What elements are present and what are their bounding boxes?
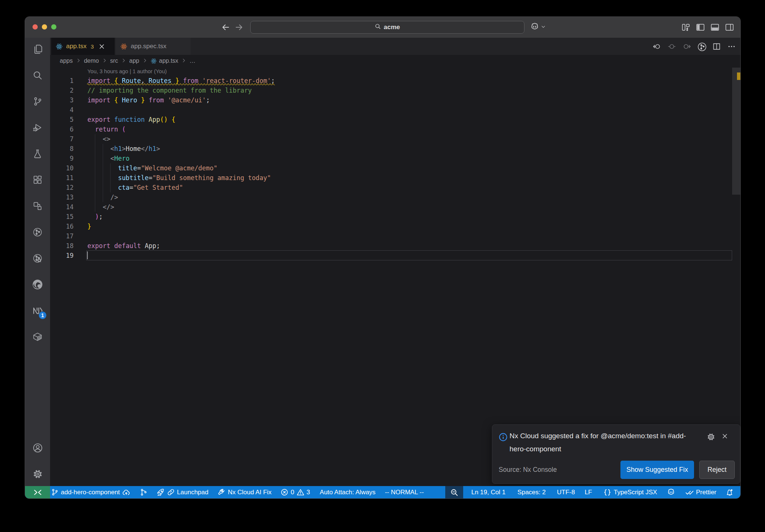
code-line-14[interactable]: 14 </> xyxy=(50,202,741,212)
code-token: { xyxy=(114,96,118,104)
code-line-18[interactable]: 18export default App; xyxy=(50,241,741,251)
git-blame-codelens[interactable]: You, 3 hours ago | 1 author (You) xyxy=(87,67,167,76)
code-line-6[interactable]: 6 return ( xyxy=(50,124,741,134)
status-item-launchpad[interactable]: Launchpad xyxy=(152,486,213,498)
status-item-eol[interactable]: LF xyxy=(580,486,597,498)
code-token: return xyxy=(95,126,118,133)
editor-region: app.tsx3app.spec.tsx appsdemosrcappapp.t… xyxy=(50,38,741,487)
activity-bar-item-gitlens[interactable] xyxy=(25,223,50,241)
search-icon xyxy=(375,23,381,31)
close-window-button[interactable] xyxy=(32,24,38,30)
activity-bar-item-remote-explorer[interactable] xyxy=(25,197,50,215)
toggle-panel-left-button[interactable] xyxy=(696,22,705,32)
notification-message: Nx Cloud suggested a fix for @acme/demo:… xyxy=(510,429,704,455)
code-text: /> xyxy=(87,192,118,202)
copilot-icon xyxy=(530,22,539,33)
status-item-cursor-position[interactable]: Ln 19, Col 1 xyxy=(467,486,510,498)
status-item-problems[interactable]: 03 xyxy=(276,486,315,498)
code-token: ; xyxy=(99,213,103,220)
code-line-10[interactable]: 10 title="Welcmoe @acme/demo" xyxy=(50,163,741,173)
customize-layout-button[interactable] xyxy=(681,22,691,32)
status-item-indentation[interactable]: Spaces: 2 xyxy=(513,486,550,498)
status-item-auto-attach[interactable]: Auto Attach: Always xyxy=(315,486,380,498)
activity-bar-item-nx-console[interactable]: 1 xyxy=(25,301,50,319)
code-token xyxy=(87,194,110,201)
code-line-16[interactable]: 16} xyxy=(50,222,741,231)
code-line-11[interactable]: 11 subtitle="Build something amazing tod… xyxy=(50,173,741,183)
activity-bar-item-containers[interactable] xyxy=(25,328,50,346)
activity-bar-item-testing[interactable] xyxy=(25,145,50,163)
activity-bar-item-search[interactable] xyxy=(25,66,50,84)
code-token: = xyxy=(149,174,152,182)
status-item-language-mode[interactable]: TypeScript JSX xyxy=(599,486,662,498)
code-token xyxy=(137,96,141,104)
code-line-3[interactable]: 3import { Hero } from '@acme/ui'; xyxy=(50,95,741,105)
double-check-icon xyxy=(685,488,694,497)
code-line-9[interactable]: 9 <Hero xyxy=(50,154,741,163)
notification-close-icon[interactable] xyxy=(722,433,730,441)
status-item-zoom-indicator[interactable] xyxy=(445,486,463,498)
code-line-5[interactable]: 5export function App() { xyxy=(50,115,741,124)
source-control-small-icon xyxy=(51,488,59,496)
code-line-4[interactable]: 4 xyxy=(50,105,741,115)
scrollbar[interactable] xyxy=(732,68,740,195)
line-number: 1 xyxy=(50,76,74,86)
toggle-panel-right-button[interactable] xyxy=(725,22,734,32)
extensions-icon xyxy=(32,175,43,185)
status-item-commit-graph[interactable] xyxy=(135,486,152,498)
testing-icon xyxy=(32,149,43,159)
status-item-branch[interactable]: add-hero-component xyxy=(46,486,135,498)
zoom-window-button[interactable] xyxy=(51,24,56,30)
code-token: App xyxy=(149,116,160,123)
navigate-forward-button[interactable] xyxy=(235,23,244,32)
toggle-panel-bottom-button[interactable] xyxy=(710,22,720,32)
navigate-back-button[interactable] xyxy=(221,23,230,32)
activity-bar-item-settings[interactable] xyxy=(25,465,50,483)
show-suggested-fix-button[interactable]: Show Suggested Fix xyxy=(620,461,694,479)
code-line-8[interactable]: 8 <h1>Home</h1> xyxy=(50,144,741,154)
code-editor[interactable]: You, 3 hours ago | 1 author (You) 1impor… xyxy=(50,38,741,487)
activity-bar-item-extensions[interactable] xyxy=(25,171,50,189)
copilot-menu-button[interactable] xyxy=(530,22,547,32)
activity-bar-item-source-control[interactable] xyxy=(25,92,50,110)
code-line-12[interactable]: 12 cta="Get Started" xyxy=(50,183,741,192)
code-token: '@acme/ui' xyxy=(168,96,206,104)
status-item-copilot-status[interactable] xyxy=(662,486,680,498)
status-item-notifications-bell[interactable] xyxy=(721,486,738,498)
status-item-encoding[interactable]: UTF-8 xyxy=(552,486,579,498)
activity-bar-item-accounts[interactable] xyxy=(25,439,50,457)
line-number: 14 xyxy=(50,202,74,212)
code-token: } xyxy=(87,223,91,230)
code-line-2[interactable]: 2// importing the component from the lib… xyxy=(50,86,741,95)
code-line-13[interactable]: 13 /> xyxy=(50,192,741,202)
code-line-19[interactable]: 19 xyxy=(50,251,741,260)
line-number: 6 xyxy=(50,124,74,134)
minimize-window-button[interactable] xyxy=(42,24,47,30)
code-token xyxy=(87,213,95,220)
code-token: </ xyxy=(141,145,148,152)
command-center-search[interactable]: acme xyxy=(250,21,524,34)
status-text: Launchpad xyxy=(177,489,208,496)
activity-bar-item-run-and-debug[interactable] xyxy=(25,118,50,136)
activity-bar-item-edge-browser[interactable] xyxy=(25,275,50,293)
activity-bar-item-explorer[interactable] xyxy=(25,40,50,58)
code-line-7[interactable]: 7 <> xyxy=(50,134,741,144)
status-item-vim-mode[interactable]: -- NORMAL -- xyxy=(380,486,428,498)
notification-settings-gear-icon[interactable] xyxy=(707,433,715,441)
code-line-17[interactable]: 17 xyxy=(50,231,741,241)
status-item-nx-cloud-ai-fix[interactable]: Nx Cloud AI Fix xyxy=(213,486,276,498)
code-token: title xyxy=(118,164,137,172)
status-text: LF xyxy=(585,489,592,496)
code-token xyxy=(87,126,95,133)
line-number: 7 xyxy=(50,134,74,144)
code-token: subtitle xyxy=(118,174,149,182)
reject-button[interactable]: Reject xyxy=(699,461,735,479)
git-graph-icon xyxy=(140,488,148,496)
braces-icon xyxy=(603,488,611,497)
wrench-icon xyxy=(218,488,226,496)
status-bar: add-hero-componentLaunchpadNx Cloud AI F… xyxy=(25,486,740,498)
activity-bar-item-gitlens-inspect[interactable] xyxy=(25,249,50,267)
code-line-15[interactable]: 15 ); xyxy=(50,212,741,222)
status-item-prettier[interactable]: Prettier xyxy=(681,486,721,498)
code-token: "Welcmoe @acme/demo" xyxy=(141,164,217,172)
